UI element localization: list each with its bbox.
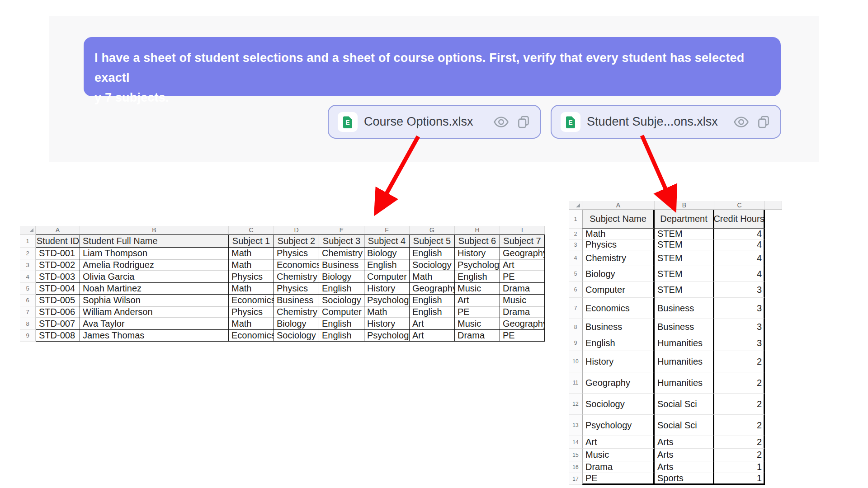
cell: Physics [229, 306, 274, 318]
cell: Biology [582, 266, 655, 282]
cell: 4 [714, 239, 765, 250]
row-number: 1 [20, 235, 36, 248]
copy-icon[interactable] [516, 114, 531, 130]
header-cell: Subject 7 [500, 235, 545, 248]
cell: Physics [274, 283, 319, 295]
cell: Drama [500, 306, 545, 318]
attachment-filename: Student Subje...ons.xlsx [587, 115, 726, 129]
cell: Music [582, 449, 655, 461]
cell: Art [455, 295, 500, 306]
row-number: 4 [20, 271, 36, 283]
cell: 2 [714, 415, 765, 436]
row-number: 8 [20, 318, 36, 330]
cell: 1 [714, 473, 765, 485]
cell: Computer [319, 306, 364, 318]
attachment-chip-student-subjects[interactable]: E Student Subje...ons.xlsx [551, 105, 781, 139]
cell: Psychology [455, 259, 500, 271]
cell: History [364, 283, 410, 295]
header-cell: Student ID [36, 235, 80, 248]
row-number: 2 [20, 248, 36, 259]
cell: Biology [364, 248, 410, 259]
cell: English [410, 295, 455, 306]
cell: Business [582, 319, 655, 335]
cell: Music [500, 295, 545, 306]
row-number: 7 [20, 306, 36, 318]
copy-icon[interactable] [756, 114, 771, 130]
attachment-filename: Course Options.xlsx [364, 115, 486, 129]
column-letter [765, 201, 782, 210]
cell: STEM [655, 229, 714, 239]
row-number: 6 [569, 282, 582, 298]
cell: Computer [364, 271, 410, 283]
cell: English [582, 335, 655, 351]
cell: Art [410, 330, 455, 342]
column-letter: D [274, 226, 319, 235]
cell: Physics [229, 271, 274, 283]
row-number: 15 [569, 449, 582, 461]
svg-text:E: E [345, 119, 349, 126]
cell: Liam Thompson [80, 248, 229, 259]
column-letter: H [455, 226, 500, 235]
cell: STD-004 [36, 283, 80, 295]
header-cell: Student Full Name [80, 235, 229, 248]
column-letter: A [36, 226, 80, 235]
row-number: 12 [569, 394, 582, 415]
header-cell: Subject Name [582, 210, 655, 229]
header-cell: Credit Hours [714, 210, 765, 229]
chat-panel: I have a sheet of student selections and… [49, 16, 819, 162]
header-cell: Subject 4 [364, 235, 410, 248]
cell: Math [229, 248, 274, 259]
cell: Humanities [655, 351, 714, 372]
excel-file-icon: E [561, 112, 580, 132]
cell: 2 [714, 372, 765, 394]
cell: 3 [714, 298, 765, 319]
preview-eye-icon[interactable] [493, 115, 509, 129]
cell: Music [455, 283, 500, 295]
cell: Psychology [364, 295, 410, 306]
cell: Math [229, 259, 274, 271]
cell: Social Sci [655, 394, 714, 415]
cell: Noah Martinez [80, 283, 229, 295]
cell: Chemistry [274, 271, 319, 283]
column-letter: C [229, 226, 274, 235]
header-cell: Subject 5 [410, 235, 455, 248]
row-number: 10 [569, 351, 582, 372]
column-letter: I [500, 226, 545, 235]
cell: Humanities [655, 372, 714, 394]
cell: English [364, 259, 410, 271]
cell: STD-001 [36, 248, 80, 259]
cell: History [455, 248, 500, 259]
cell: Sociology [274, 330, 319, 342]
attachment-row: E Course Options.xlsx [49, 16, 819, 162]
row-number: 4 [569, 250, 582, 266]
cell: Physics [582, 239, 655, 250]
attachment-chip-course-options[interactable]: E Course Options.xlsx [328, 105, 541, 139]
cell: STEM [655, 266, 714, 282]
preview-eye-icon[interactable] [733, 115, 750, 129]
svg-text:E: E [568, 119, 572, 126]
cell: Chemistry [274, 306, 319, 318]
cell: Economics [274, 259, 319, 271]
cell: Arts [655, 436, 714, 449]
cell: 2 [714, 394, 765, 415]
cell: Sophia Wilson [80, 295, 229, 306]
cell: English [455, 271, 500, 283]
cell: English [319, 330, 364, 342]
cell: 3 [714, 282, 765, 298]
cell: 3 [714, 319, 765, 335]
cell: 4 [714, 229, 765, 239]
cell: STD-002 [36, 259, 80, 271]
cell: Social Sci [655, 415, 714, 436]
cell: Sociology [319, 295, 364, 306]
cell: History [582, 351, 655, 372]
cell: Economics [582, 298, 655, 319]
cell: 2 [714, 449, 765, 461]
row-number: 9 [569, 335, 582, 351]
cell: PE [500, 271, 545, 283]
header-cell: Department [655, 210, 714, 229]
cell: Drama [455, 330, 500, 342]
row-number: 7 [569, 298, 582, 319]
cell: Physics [274, 248, 319, 259]
cell: Ava Taylor [80, 318, 229, 330]
cell: Sociology [582, 394, 655, 415]
